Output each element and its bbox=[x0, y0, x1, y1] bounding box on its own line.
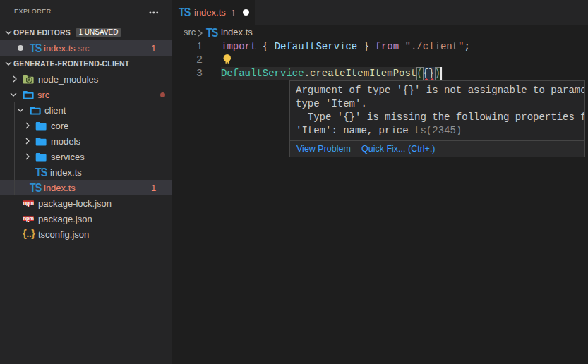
svg-text:npm: npm bbox=[23, 215, 34, 222]
svg-text:npm: npm bbox=[23, 200, 34, 206]
